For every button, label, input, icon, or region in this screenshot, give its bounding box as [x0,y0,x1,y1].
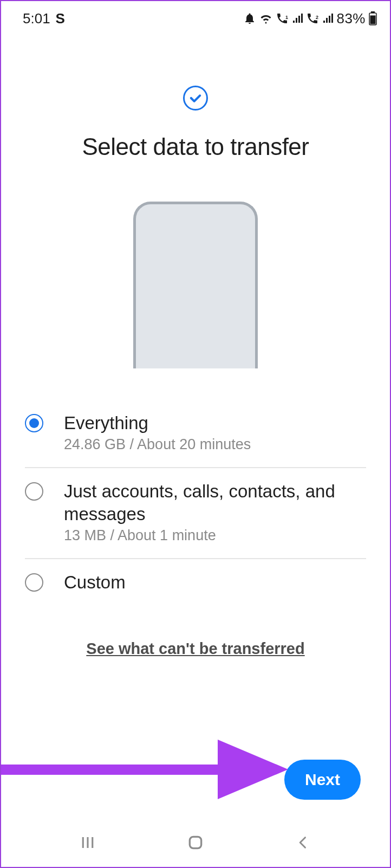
transfer-options: Everything 24.86 GB / About 20 minutes J… [25,400,366,607]
sim1-call-icon: 1 [276,12,289,25]
status-bar-right: 1 2 83% [243,10,377,27]
next-button[interactable]: Next [284,760,361,800]
svg-text:1: 1 [285,15,288,20]
option-custom[interactable]: Custom [25,558,366,607]
signal1-icon [292,13,303,24]
svg-rect-4 [370,16,376,24]
radio-everything[interactable] [25,414,43,432]
back-button[interactable] [287,835,320,850]
header-check-icon [1,86,390,111]
option-title: Everything [64,412,251,434]
smart-switch-icon: S [56,10,65,27]
radio-custom[interactable] [25,573,43,592]
option-subtitle: 13 MB / About 1 minute [64,527,366,544]
svg-marker-5 [1,740,288,799]
option-subtitle: 24.86 GB / About 20 minutes [64,436,251,453]
option-accounts[interactable]: Just accounts, calls, contacts, and mess… [25,467,366,558]
recents-button[interactable] [71,834,104,851]
annotation-arrow-icon [1,723,299,810]
option-everything[interactable]: Everything 24.86 GB / About 20 minutes [25,400,366,467]
battery-percent: 83% [336,10,366,27]
status-bar: 5:01 S 1 2 83% [1,1,390,31]
status-time: 5:01 [23,10,50,27]
nav-bar [1,824,390,867]
page-title: Select data to transfer [1,133,390,160]
status-bar-left: 5:01 S [23,10,65,27]
signal2-icon [322,13,333,24]
sim2-call-icon: 2 [306,12,319,25]
alarm-icon [243,12,256,25]
home-button[interactable] [179,834,212,851]
svg-text:2: 2 [316,15,318,20]
option-title: Custom [64,571,126,593]
battery-icon [369,11,377,25]
option-title: Just accounts, calls, contacts, and mess… [64,480,366,525]
wifi-icon [259,12,272,25]
cant-transfer-link[interactable]: See what can't be transferred [86,640,304,657]
svg-rect-9 [190,837,201,848]
radio-accounts[interactable] [25,482,43,501]
phone-illustration [1,202,390,368]
